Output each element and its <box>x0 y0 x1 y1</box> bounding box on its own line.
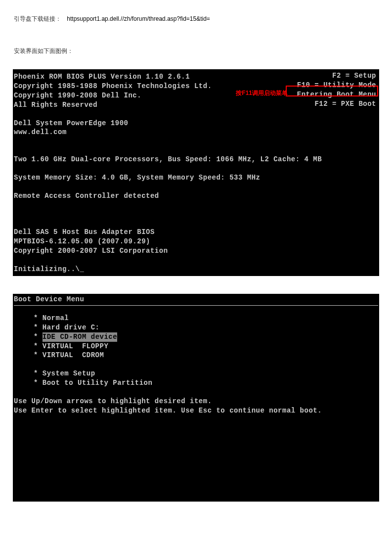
bios-rac-detected: Remote Access Controller detected <box>14 191 378 201</box>
boot-item-hdd[interactable]: * Hard drive C: <box>14 323 378 332</box>
boot-instruction-2: Use Enter to select highlighted item. Us… <box>14 406 378 416</box>
boot-instructions: Use Up/Down arrows to highlight desired … <box>14 397 378 416</box>
download-link-url: httpsupport1.ap.dell.//zh/forum/thread.a… <box>67 15 210 22</box>
bios-mptbios: MPTBIOS-6.12.05.00 (2007.09.29) <box>14 237 378 246</box>
download-link-line: 引导盘下载链接： httpsupport1.ap.dell.//zh/forum… <box>14 15 378 23</box>
bios-post-screen: F2 = Setup F10 = Utility Mode Entering B… <box>13 69 379 276</box>
boot-device-list: * Normal * Hard drive C: * IDE CD-ROM de… <box>14 314 378 388</box>
boot-instruction-1: Use Up/Down arrows to highlight desired … <box>14 397 378 406</box>
bios-dell-url: www.dell.com <box>14 128 378 137</box>
boot-item-cdrom[interactable]: * IDE CD-ROM device <box>14 332 378 342</box>
boot-item-vfloppy[interactable]: * VIRTUAL FLOPPY <box>14 342 378 351</box>
f11-annotation: 按F11调用启动菜单 <box>236 89 288 97</box>
install-subtitle: 安装界面如下面图例： <box>14 47 378 55</box>
bios-system-model: Dell System PowerEdge 1900 <box>14 119 378 128</box>
boot-item-vcdrom[interactable]: * VIRTUAL CDROM <box>14 351 378 360</box>
bios-cpu-info: Two 1.60 GHz Dual-core Processors, Bus S… <box>14 155 378 164</box>
bios-memory-info: System Memory Size: 4.0 GB, System Memor… <box>14 173 378 183</box>
hotkey-f12: F12 = PXE Boot <box>297 99 376 109</box>
bios-sas-adapter: Dell SAS 5 Host Bus Adapter BIOS <box>14 228 378 237</box>
red-highlight-box <box>286 86 378 96</box>
boot-menu-title: Boot Device Menu <box>14 295 378 306</box>
bios-initializing: Initializing..\_ <box>14 265 378 274</box>
boot-item-setup[interactable]: * System Setup <box>14 369 378 378</box>
boot-device-menu-screen: Boot Device Menu * Normal * Hard drive C… <box>13 294 379 502</box>
download-link-label: 引导盘下载链接： <box>14 15 61 22</box>
bios-lsi-copyright: Copyright 2000-2007 LSI Corporation <box>14 246 378 256</box>
boot-item-cdrom-selected: IDE CD-ROM device <box>43 332 117 342</box>
hotkey-f2: F2 = Setup <box>297 71 376 81</box>
boot-item-normal[interactable]: * Normal <box>14 314 378 323</box>
boot-item-cdrom-prefix: * <box>34 333 43 341</box>
boot-item-utility[interactable]: * Boot to Utility Partition <box>14 378 378 388</box>
